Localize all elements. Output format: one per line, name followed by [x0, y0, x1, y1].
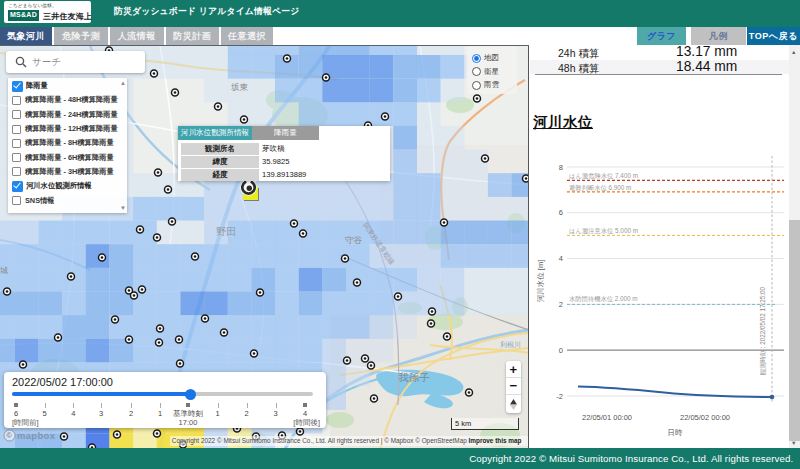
svg-text:2: 2	[559, 300, 563, 309]
svg-text:守谷: 守谷	[345, 235, 363, 245]
svg-text:©: ©	[6, 431, 12, 440]
svg-text:避難判断水位 6.900 m: 避難判断水位 6.900 m	[569, 184, 631, 191]
svg-text:観測時刻 : 2022/05/02 17:25:00: 観測時刻 : 2022/05/02 17:25:00	[759, 286, 767, 376]
svg-text:我孫子: 我孫子	[398, 371, 430, 383]
svg-text:8: 8	[559, 163, 563, 172]
svg-text:日時: 日時	[668, 428, 684, 437]
svg-text:-2: -2	[556, 392, 563, 401]
svg-text:はん濫危険水位 7.400 m: はん濫危険水位 7.400 m	[569, 172, 638, 180]
svg-text:河川水位 [m]: 河川水位 [m]	[536, 260, 545, 303]
svg-text:はん濫注意水位 5.000 m: はん濫注意水位 5.000 m	[569, 227, 638, 235]
svg-text:mapbox: mapbox	[17, 430, 56, 441]
svg-text:22/05/01 00:00: 22/05/01 00:00	[582, 413, 632, 422]
svg-text:野田: 野田	[216, 226, 236, 237]
svg-text:利根川: 利根川	[500, 341, 521, 349]
svg-text:城: 城	[0, 266, 8, 275]
svg-text:0: 0	[559, 346, 563, 355]
svg-text:4: 4	[559, 254, 563, 263]
svg-text:水防団待機水位 2.000 m: 水防団待機水位 2.000 m	[569, 295, 638, 303]
svg-text:22/05/02 00:00: 22/05/02 00:00	[680, 413, 730, 422]
svg-text:坂東: 坂東	[230, 82, 249, 92]
svg-text:6: 6	[559, 208, 563, 217]
